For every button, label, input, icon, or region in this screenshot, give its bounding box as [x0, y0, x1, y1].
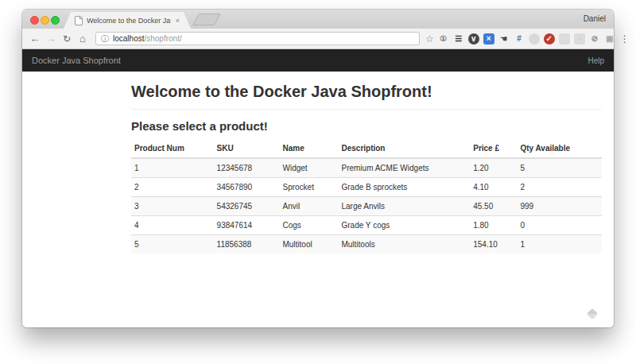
url-path: /shopfront/	[144, 34, 181, 43]
tab-title: Welcome to the Docker Java S	[87, 17, 171, 25]
home-button-icon[interactable]: ⌂	[75, 33, 91, 45]
table-cell: Premium ACME Widgets	[338, 158, 470, 178]
table-cell: 12345678	[214, 158, 280, 178]
forward-button-icon: →	[43, 33, 59, 45]
content-container: Welcome to the Docker Java Shopfront! Pl…	[131, 83, 602, 254]
fullscreen-window-button[interactable]	[51, 16, 60, 25]
feedback-widget-icon[interactable]	[587, 308, 598, 319]
back-button-icon[interactable]: ←	[27, 33, 43, 45]
hash-extension-icon[interactable]: #	[514, 33, 525, 45]
table-cell: 34567890	[214, 178, 280, 197]
table-cell: 154.10	[470, 235, 517, 254]
table-cell: 2	[517, 178, 602, 197]
browser-window: Welcome to the Docker Java S × Daniel ← …	[22, 10, 614, 327]
bookmark-star-icon[interactable]: ☆	[425, 33, 434, 45]
table-cell: Cogs	[279, 216, 338, 235]
desktop-background: Welcome to the Docker Java S × Daniel ← …	[0, 0, 636, 364]
table-cell: 3	[131, 197, 214, 216]
tab-close-icon[interactable]: ×	[176, 17, 180, 25]
url-text[interactable]: localhost/shopfront/	[113, 34, 182, 43]
address-bar[interactable]: ⓘ localhost/shopfront/	[95, 32, 420, 45]
column-header: Qty Available	[517, 140, 602, 158]
adblock-extension-icon[interactable]: ✓	[544, 33, 555, 45]
table-cell: Sprocket	[279, 178, 338, 197]
help-link[interactable]: Help	[588, 56, 604, 65]
table-cell: 93847614	[214, 216, 280, 235]
new-tab-button[interactable]	[192, 14, 221, 25]
table-cell: Multitool	[279, 235, 338, 254]
products-table: Product NumSKUNameDescriptionPrice £Qty …	[131, 140, 602, 254]
page-favicon-icon	[75, 16, 83, 25]
table-cell: 45.50	[470, 197, 517, 216]
table-row[interactable]: 354326745AnvilLarge Anvils45.50999	[131, 197, 602, 216]
table-cell: 4.10	[470, 178, 517, 197]
table-cell: 2	[131, 178, 214, 197]
page-title: Welcome to the Docker Java Shopfront!	[131, 83, 602, 110]
table-row[interactable]: 112345678WidgetPremium ACME Widgets1.205	[131, 158, 602, 178]
inactive-square2-extension-icon[interactable]: ▫	[574, 33, 585, 45]
overflow-menu-icon[interactable]: ⋮	[620, 33, 630, 45]
table-cell: Grade Y cogs	[338, 216, 470, 235]
extensions-row: ①☰∨×☚#✓▫⊘▣	[438, 33, 615, 45]
table-cell: 5	[517, 158, 602, 178]
close-window-button[interactable]	[30, 16, 39, 25]
hand-extension-icon[interactable]: ☚	[498, 33, 510, 45]
table-cell: 1	[131, 158, 214, 178]
column-header: Price £	[470, 140, 517, 158]
blue-arrows-extension-icon[interactable]: ×	[483, 33, 494, 45]
web-page: Docker Java Shopfront Help Welcome to th…	[22, 49, 614, 327]
table-cell: Widget	[279, 158, 338, 178]
column-header: Product Num	[131, 140, 214, 158]
layers-extension-icon[interactable]: ☰	[453, 33, 464, 45]
column-header: Description	[338, 140, 470, 158]
browser-toolbar: ← → ↻ ⌂ ⓘ localhost/shopfront/ ☆ ①☰∨×☚#✓…	[22, 29, 614, 49]
table-cell: Large Anvils	[338, 197, 470, 216]
table-cell: Multitools	[338, 235, 470, 254]
column-header: SKU	[214, 140, 280, 158]
disabled-circle-extension-icon[interactable]	[529, 33, 540, 45]
table-cell: 4	[131, 216, 214, 235]
table-cell: 11856388	[214, 235, 280, 254]
page-extension-icon[interactable]: ▣	[604, 33, 615, 45]
table-header-row: Product NumSKUNameDescriptionPrice £Qty …	[131, 140, 602, 158]
site-info-icon[interactable]: ⓘ	[101, 33, 109, 45]
minimize-window-button[interactable]	[41, 16, 49, 25]
table-cell: Grade B sprockets	[338, 178, 470, 197]
slashed-circle-extension-icon[interactable]: ⊘	[589, 33, 600, 45]
inactive-square-extension-icon[interactable]	[559, 33, 570, 45]
table-cell: 5	[131, 235, 214, 254]
table-cell: Anvil	[279, 197, 338, 216]
table-row[interactable]: 493847614CogsGrade Y cogs1.800	[131, 216, 602, 235]
chrome-profile-name[interactable]: Daniel	[584, 14, 606, 23]
url-host: localhost	[113, 34, 144, 43]
circled-one-extension-icon[interactable]: ①	[438, 33, 449, 45]
table-cell: 1	[517, 235, 602, 254]
pocket-extension-icon[interactable]: ∨	[468, 33, 479, 45]
site-brand[interactable]: Docker Java Shopfront	[32, 56, 121, 65]
tab-strip: Welcome to the Docker Java S × Daniel	[22, 10, 614, 29]
table-row[interactable]: 234567890SprocketGrade B sprockets4.102	[131, 178, 602, 197]
table-row[interactable]: 511856388MultitoolMultitools154.101	[131, 235, 602, 254]
table-cell: 999	[517, 197, 602, 216]
site-navbar: Docker Java Shopfront Help	[22, 49, 614, 72]
table-cell: 1.80	[470, 216, 517, 235]
page-subtitle: Please select a product!	[131, 119, 602, 133]
reload-button-icon[interactable]: ↻	[59, 33, 75, 45]
table-cell: 54326745	[214, 197, 280, 216]
table-cell: 1.20	[470, 158, 517, 178]
browser-tab[interactable]: Welcome to the Docker Java S ×	[64, 12, 191, 29]
column-header: Name	[279, 140, 338, 158]
table-cell: 0	[517, 216, 602, 235]
